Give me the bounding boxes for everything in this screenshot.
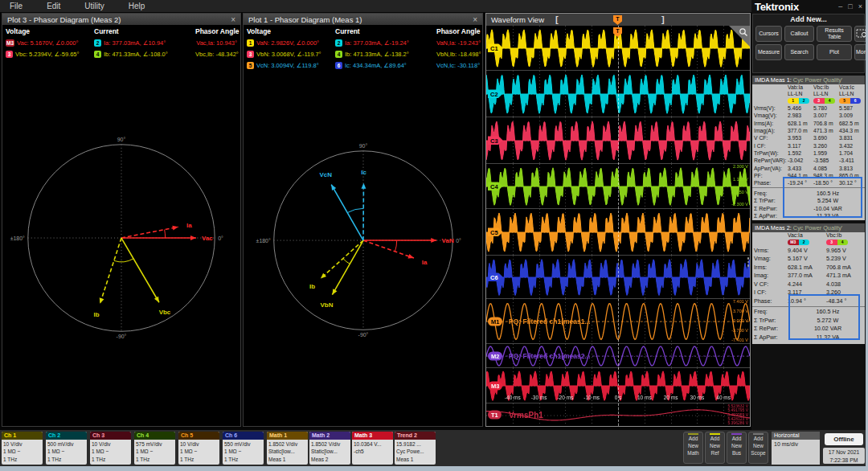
time-tick-label: 20 ms: [664, 395, 678, 400]
window-edge-bottom: [0, 466, 868, 471]
horizontal-scale-value: 10 ms/div: [772, 440, 820, 465]
minimize-button[interactable]: –: [838, 2, 842, 10]
channel-tag-m3[interactable]: M3: [488, 381, 502, 390]
plot3-titlebar[interactable]: Plot 3 - Phasor Diagram (Meas 2) ×: [2, 14, 240, 25]
meas1-row-icf: I CF:3.1173.2603.432: [752, 141, 865, 149]
plot3-voltage-value-0: Vac: 5.1670V, ∠0.000°: [17, 39, 78, 47]
meas1-value-0-0: 5.466: [788, 105, 813, 111]
meas1-row-label-4: V CF:: [752, 135, 788, 141]
plot-button[interactable]: Plot: [817, 44, 852, 60]
meas2-value-1-1: 5.239 V: [826, 255, 865, 262]
plot1-col-header-2: Phasor Angle: [436, 27, 480, 35]
menu-item-file[interactable]: File: [10, 2, 23, 10]
trace-label-t1: VrmsPh1: [509, 411, 543, 420]
meas2-title[interactable]: IMDA Meas 2: Cyc Power Quality': [752, 223, 865, 232]
menu-item-help[interactable]: Help: [129, 2, 145, 10]
time-text: 7:22:38 PM: [823, 457, 865, 465]
plot1-close-icon[interactable]: ×: [473, 15, 477, 24]
meas2-subtitle-text: Cyc Power Quality': [792, 224, 842, 231]
meas1-value-4-1: 3.690: [813, 135, 839, 141]
badge-card-trend2[interactable]: Trend 215.9182 ...Cyc Powe...Meas 1: [395, 432, 436, 465]
add-new-bus-button[interactable]: AddNewBus: [727, 432, 747, 464]
badge-card-ch4[interactable]: Ch 4575 mV/div1 MΩ ~1 THz: [134, 432, 175, 465]
source-badge-2: 2: [335, 39, 342, 47]
meas1-row-label-2: Irms(A):: [752, 121, 788, 126]
badge-card-ch5[interactable]: Ch 510 V/div1 MΩ ~1 THz: [178, 432, 219, 465]
cursors-button[interactable]: Cursors: [755, 26, 782, 42]
badge-card-math1[interactable]: Math 11.8502 V/divStatic[low...Meas 1: [267, 432, 308, 465]
meas2-summary-label-0: Freq:: [752, 308, 791, 315]
setting-line: 10 V/div: [3, 440, 41, 448]
meas2-row-label-3: Imag:: [752, 272, 788, 279]
setting-line: 575 mV/div: [136, 440, 174, 448]
expansion-bracket-right-icon[interactable]: ]: [661, 14, 665, 24]
plot3-vector-label-Vbc: Vbc: [159, 309, 171, 316]
callout-button[interactable]: Callout: [784, 26, 814, 42]
plot3-readout-row-1: 3Vbc: 5.2394V, ∠-59.65°4Ib: 471.33mA, ∠-…: [6, 48, 237, 59]
add-new-section: Add New... CursorsCalloutResults Table M…: [752, 14, 865, 73]
scale-label: -7.401 V: [731, 338, 748, 343]
plot1-titlebar[interactable]: Plot 1 - Phasor Diagram (Meas 1) ×: [244, 14, 482, 25]
meas2-value-1-0: 5.167 V: [788, 255, 826, 262]
add-new-label: Add New...: [753, 14, 864, 25]
meas1-value-2-1: 706.8 m: [813, 121, 839, 126]
meas1-col-subheader: LL-LN: [788, 91, 813, 97]
time-tick-label: -10 ms: [583, 395, 600, 400]
trigger-position-line: [618, 26, 619, 426]
meas1-row-label-1: Vmag(V):: [752, 113, 788, 118]
meas1-col-subheader: LL-LN: [839, 91, 865, 97]
measure-button[interactable]: Measure: [755, 44, 782, 60]
add-new-ref-button[interactable]: AddNewRef: [705, 432, 725, 464]
channel-tag-m1[interactable]: M1: [488, 317, 502, 326]
channel-tag-m2[interactable]: M2: [488, 351, 502, 360]
add-btn-line: Math: [684, 450, 702, 457]
meas2-value-4-1: 4.038: [826, 281, 865, 288]
results-table-button[interactable]: Results Table: [817, 26, 852, 42]
badge-card-settings-10: 15.9182 ...Cyc Powe...Meas 1: [395, 440, 436, 464]
add-btn-line: New: [684, 443, 702, 450]
add-new-math-button[interactable]: AddNewMath: [683, 432, 703, 464]
plot1-phasor-angle-value-0: VaN,Ia: -19.243°: [436, 39, 481, 47]
waveform-view-titlebar[interactable]: Waveform View [ ] T: [486, 14, 750, 26]
scale-label: 0.000 V: [733, 319, 748, 324]
plot1-phasor-angle-value-1: VbN,Ib: -18.498°: [436, 51, 481, 58]
imda-meas2-panel[interactable]: IMDA Meas 2: Cyc Power Quality'Vac:IaVbc…: [752, 223, 865, 344]
restore-button[interactable]: □: [848, 2, 852, 10]
plot3-vector-arrowhead-Vac: [190, 236, 196, 240]
imda-meas1-panel[interactable]: IMDA Meas 1: Cyc Power Quality'Vab:IaVbc…: [752, 76, 865, 220]
badge-card-ch1[interactable]: Ch 110 V/div1 MΩ ~1 THz: [2, 432, 43, 465]
meas1-badge-row: 123456: [752, 97, 865, 104]
add-btn-line: Ref: [706, 450, 724, 457]
meas1-title[interactable]: IMDA Meas 1: Cyc Power Quality': [752, 76, 865, 84]
plot3-vector-label-Ia: Ia: [186, 222, 192, 229]
expansion-bracket-left-icon[interactable]: [: [555, 14, 559, 24]
add-new-scope-button[interactable]: AddNewScope: [748, 432, 768, 464]
badge-card-settings-4: 575 mV/div1 MΩ ~1 THz: [134, 440, 175, 464]
add-btn-line: New: [749, 443, 768, 450]
meas2-col-header-0: Vac:Ia: [788, 232, 826, 239]
horizontal-panel[interactable]: Horizontal 10 ms/div: [772, 432, 820, 465]
source-badge-pair-5-6: 56: [839, 98, 861, 104]
scale-label: 3.700 V: [733, 309, 748, 314]
meas2-row-label-5: I CF:: [752, 289, 788, 296]
panel-drag-handle-icon[interactable]: [747, 257, 750, 267]
setting-line: 15.9182 ...: [396, 440, 434, 448]
badge-card-ch6[interactable]: Ch 6550 mV/div1 MΩ ~1 THz: [223, 432, 264, 465]
channel-tag-t1[interactable]: T1: [488, 411, 502, 420]
close-button[interactable]: ×: [858, 2, 862, 10]
badge-card-math2[interactable]: Math 21.8502 V/divStatic[low...Meas 2: [309, 432, 350, 465]
meas1-value-5-1: 3.260: [813, 143, 839, 149]
badge-card-ch2[interactable]: Ch 2500 mV/div1 MΩ ~1 THz: [46, 432, 87, 465]
plot3-close-icon[interactable]: ×: [231, 15, 235, 24]
menu-item-utility[interactable]: Utility: [84, 2, 104, 10]
add-btn-line: Add: [706, 436, 724, 443]
badge-card-math3[interactable]: Math 310.0364 V...-ch5: [352, 432, 393, 465]
trigger-flag-icon[interactable]: T: [613, 15, 622, 25]
badge-card-ch3[interactable]: Ch 310 V/div1 MΩ ~1 THz: [90, 432, 131, 465]
meas1-value-4-2: 3.831: [839, 135, 865, 141]
menu-item-edit[interactable]: Edit: [47, 2, 60, 10]
offline-button[interactable]: Offline: [825, 433, 863, 445]
meas1-row-label-5: I CF:: [752, 143, 788, 149]
search-button[interactable]: Search: [784, 44, 814, 60]
meas1-row-label-8: ApPwr(VA):: [752, 166, 788, 171]
